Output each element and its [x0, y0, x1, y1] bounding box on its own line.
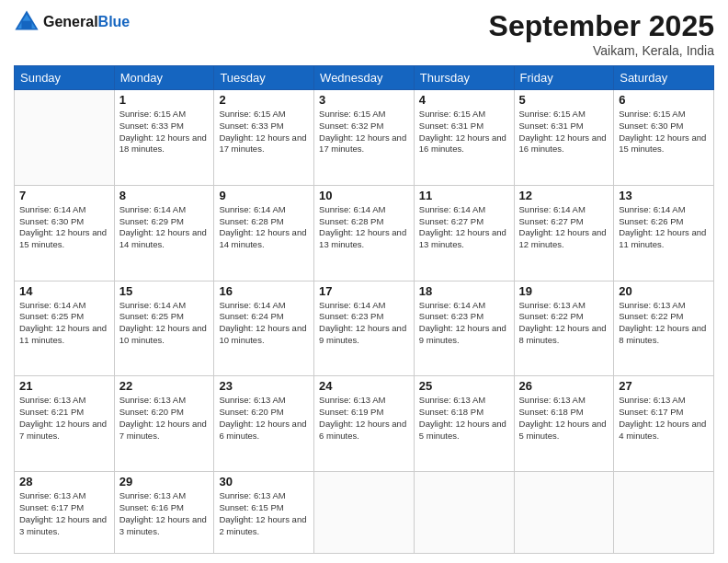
table-row: 20Sunrise: 6:13 AM Sunset: 6:22 PM Dayli…	[614, 281, 714, 376]
table-row: 22Sunrise: 6:13 AM Sunset: 6:20 PM Dayli…	[114, 376, 214, 472]
cell-day-number: 8	[119, 189, 210, 202]
cell-sun-info: Sunrise: 6:13 AM Sunset: 6:21 PM Dayligh…	[19, 395, 109, 442]
cell-day-number: 26	[519, 379, 609, 393]
calendar-week-4: 21Sunrise: 6:13 AM Sunset: 6:21 PM Dayli…	[15, 376, 714, 472]
table-row	[314, 472, 415, 554]
logo: GeneralBlue	[14, 9, 130, 35]
cell-day-number: 12	[519, 189, 609, 202]
table-row: 1Sunrise: 6:15 AM Sunset: 6:33 PM Daylig…	[114, 90, 214, 186]
cell-sun-info: Sunrise: 6:13 AM Sunset: 6:20 PM Dayligh…	[219, 395, 309, 442]
table-row: 19Sunrise: 6:13 AM Sunset: 6:22 PM Dayli…	[514, 281, 614, 376]
cell-day-number: 23	[219, 379, 309, 393]
cell-sun-info: Sunrise: 6:15 AM Sunset: 6:33 PM Dayligh…	[219, 109, 309, 155]
calendar-table: Sunday Monday Tuesday Wednesday Thursday…	[14, 65, 714, 554]
cell-sun-info: Sunrise: 6:15 AM Sunset: 6:31 PM Dayligh…	[419, 109, 509, 155]
cell-sun-info: Sunrise: 6:15 AM Sunset: 6:30 PM Dayligh…	[619, 109, 709, 155]
cell-sun-info: Sunrise: 6:14 AM Sunset: 6:25 PM Dayligh…	[119, 300, 210, 347]
cell-day-number: 18	[419, 284, 509, 298]
cell-sun-info: Sunrise: 6:13 AM Sunset: 6:19 PM Dayligh…	[319, 395, 409, 442]
table-row: 29Sunrise: 6:13 AM Sunset: 6:16 PM Dayli…	[114, 472, 214, 554]
cell-day-number: 16	[219, 284, 309, 298]
cell-sun-info: Sunrise: 6:13 AM Sunset: 6:22 PM Dayligh…	[619, 300, 709, 347]
table-row: 27Sunrise: 6:13 AM Sunset: 6:17 PM Dayli…	[614, 376, 714, 472]
cell-sun-info: Sunrise: 6:14 AM Sunset: 6:25 PM Dayligh…	[19, 300, 109, 347]
calendar-week-3: 14Sunrise: 6:14 AM Sunset: 6:25 PM Dayli…	[15, 281, 714, 376]
header-friday: Friday	[514, 66, 614, 90]
cell-day-number: 15	[119, 284, 210, 298]
cell-day-number: 3	[319, 93, 409, 107]
calendar-week-1: 1Sunrise: 6:15 AM Sunset: 6:33 PM Daylig…	[15, 90, 714, 186]
cell-day-number: 4	[419, 93, 509, 107]
table-row: 11Sunrise: 6:14 AM Sunset: 6:27 PM Dayli…	[414, 185, 514, 281]
table-row: 16Sunrise: 6:14 AM Sunset: 6:24 PM Dayli…	[214, 281, 314, 376]
header-monday: Monday	[114, 66, 214, 90]
table-row: 24Sunrise: 6:13 AM Sunset: 6:19 PM Dayli…	[314, 376, 415, 472]
cell-day-number: 27	[619, 379, 709, 393]
cell-day-number: 28	[19, 475, 109, 488]
cell-sun-info: Sunrise: 6:13 AM Sunset: 6:18 PM Dayligh…	[419, 395, 509, 442]
cell-sun-info: Sunrise: 6:14 AM Sunset: 6:28 PM Dayligh…	[219, 204, 309, 251]
cell-sun-info: Sunrise: 6:14 AM Sunset: 6:29 PM Dayligh…	[119, 204, 210, 251]
cell-day-number: 11	[419, 189, 509, 202]
cell-day-number: 30	[219, 475, 309, 488]
cell-sun-info: Sunrise: 6:14 AM Sunset: 6:26 PM Dayligh…	[619, 204, 709, 251]
cell-sun-info: Sunrise: 6:14 AM Sunset: 6:24 PM Dayligh…	[219, 300, 309, 347]
table-row: 30Sunrise: 6:13 AM Sunset: 6:15 PM Dayli…	[214, 472, 314, 554]
cell-day-number: 9	[219, 189, 309, 202]
table-row: 2Sunrise: 6:15 AM Sunset: 6:33 PM Daylig…	[214, 90, 314, 186]
calendar-header-row: Sunday Monday Tuesday Wednesday Thursday…	[15, 66, 714, 90]
table-row: 18Sunrise: 6:14 AM Sunset: 6:23 PM Dayli…	[414, 281, 514, 376]
table-row: 6Sunrise: 6:15 AM Sunset: 6:30 PM Daylig…	[614, 90, 714, 186]
table-row	[514, 472, 614, 554]
cell-sun-info: Sunrise: 6:13 AM Sunset: 6:16 PM Dayligh…	[119, 490, 210, 537]
cell-day-number: 7	[19, 189, 109, 202]
cell-day-number: 1	[119, 93, 210, 107]
cell-sun-info: Sunrise: 6:15 AM Sunset: 6:31 PM Dayligh…	[519, 109, 609, 155]
cell-day-number: 17	[319, 284, 409, 298]
cell-sun-info: Sunrise: 6:13 AM Sunset: 6:17 PM Dayligh…	[19, 490, 109, 537]
table-row: 26Sunrise: 6:13 AM Sunset: 6:18 PM Dayli…	[514, 376, 614, 472]
table-row: 25Sunrise: 6:13 AM Sunset: 6:18 PM Dayli…	[414, 376, 514, 472]
cell-sun-info: Sunrise: 6:14 AM Sunset: 6:27 PM Dayligh…	[519, 204, 609, 251]
table-row: 8Sunrise: 6:14 AM Sunset: 6:29 PM Daylig…	[114, 185, 214, 281]
cell-sun-info: Sunrise: 6:13 AM Sunset: 6:22 PM Dayligh…	[519, 300, 609, 347]
table-row: 4Sunrise: 6:15 AM Sunset: 6:31 PM Daylig…	[414, 90, 514, 186]
table-row: 28Sunrise: 6:13 AM Sunset: 6:17 PM Dayli…	[15, 472, 115, 554]
cell-sun-info: Sunrise: 6:15 AM Sunset: 6:33 PM Dayligh…	[119, 109, 210, 155]
table-row: 21Sunrise: 6:13 AM Sunset: 6:21 PM Dayli…	[15, 376, 115, 472]
logo-icon	[14, 9, 40, 35]
cell-sun-info: Sunrise: 6:13 AM Sunset: 6:17 PM Dayligh…	[619, 395, 709, 442]
header-thursday: Thursday	[414, 66, 514, 90]
header-saturday: Saturday	[614, 66, 714, 90]
table-row	[414, 472, 514, 554]
cell-day-number: 29	[119, 475, 210, 488]
month-title: September 2025	[489, 9, 714, 43]
cell-sun-info: Sunrise: 6:15 AM Sunset: 6:32 PM Dayligh…	[319, 109, 409, 155]
logo-text: GeneralBlue	[43, 14, 130, 30]
cell-sun-info: Sunrise: 6:14 AM Sunset: 6:23 PM Dayligh…	[319, 300, 409, 347]
calendar-week-2: 7Sunrise: 6:14 AM Sunset: 6:30 PM Daylig…	[15, 185, 714, 281]
cell-sun-info: Sunrise: 6:14 AM Sunset: 6:27 PM Dayligh…	[419, 204, 509, 251]
table-row	[614, 472, 714, 554]
table-row: 12Sunrise: 6:14 AM Sunset: 6:27 PM Dayli…	[514, 185, 614, 281]
cell-day-number: 14	[19, 284, 109, 298]
table-row: 17Sunrise: 6:14 AM Sunset: 6:23 PM Dayli…	[314, 281, 415, 376]
cell-sun-info: Sunrise: 6:14 AM Sunset: 6:23 PM Dayligh…	[419, 300, 509, 347]
header-sunday: Sunday	[15, 66, 115, 90]
cell-day-number: 10	[319, 189, 409, 202]
cell-day-number: 25	[419, 379, 509, 393]
table-row: 14Sunrise: 6:14 AM Sunset: 6:25 PM Dayli…	[15, 281, 115, 376]
table-row: 15Sunrise: 6:14 AM Sunset: 6:25 PM Dayli…	[114, 281, 214, 376]
cell-day-number: 22	[119, 379, 210, 393]
cell-sun-info: Sunrise: 6:14 AM Sunset: 6:28 PM Dayligh…	[319, 204, 409, 251]
cell-day-number: 20	[619, 284, 709, 298]
header-wednesday: Wednesday	[314, 66, 415, 90]
cell-sun-info: Sunrise: 6:13 AM Sunset: 6:18 PM Dayligh…	[519, 395, 609, 442]
cell-day-number: 2	[219, 93, 309, 107]
table-row: 9Sunrise: 6:14 AM Sunset: 6:28 PM Daylig…	[214, 185, 314, 281]
page: GeneralBlue September 2025 Vaikam, Keral…	[0, 0, 728, 563]
cell-day-number: 21	[19, 379, 109, 393]
cell-day-number: 5	[519, 93, 609, 107]
table-row: 3Sunrise: 6:15 AM Sunset: 6:32 PM Daylig…	[314, 90, 415, 186]
cell-day-number: 6	[619, 93, 709, 107]
